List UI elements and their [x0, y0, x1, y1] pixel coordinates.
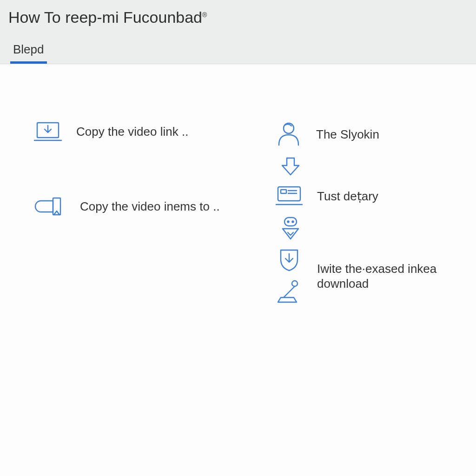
page-title: How To reep-mi Fucounbad®	[8, 8, 468, 26]
step-text: Iwite the·exased inkea download	[317, 261, 457, 291]
title-mark: ®	[202, 11, 207, 19]
arrow-down-2	[274, 215, 307, 241]
tab-blepd[interactable]: Blepd	[10, 42, 47, 64]
tab-label: Blepd	[13, 42, 44, 56]
bullet-bookmark-icon	[33, 194, 67, 218]
shield-download-icon	[277, 247, 301, 272]
arrow-down-1	[274, 155, 307, 178]
header: How To reep-mi Fucounbad® Blepd	[0, 0, 476, 64]
content: Copy the video link .. Copy the video in…	[0, 64, 476, 311]
svg-point-8	[292, 281, 298, 286]
title-text: How To reep-mi Fucounbad	[8, 8, 202, 26]
step-iwite-download: Iwite the·exased inkea download	[274, 247, 457, 305]
step-slyokin: The Slyokin	[274, 120, 457, 149]
arrow-down-icon	[280, 155, 301, 178]
robot-arrow-down-icon	[279, 215, 302, 241]
step-text: The Slyokin	[316, 127, 379, 142]
step-copy-link: Copy the video link ..	[33, 120, 246, 143]
right-column: The Slyokin Tust deṭary	[274, 120, 457, 311]
svg-rect-4	[281, 190, 286, 193]
joystick-icon	[274, 279, 304, 305]
step-tust-detary: Tust deṭary	[274, 184, 457, 208]
step-text: Tust deṭary	[317, 189, 378, 204]
svg-point-7	[292, 221, 294, 223]
person-icon	[274, 120, 303, 149]
step-text: Copy the video link ..	[76, 124, 188, 139]
tabs: Blepd	[8, 42, 468, 64]
svg-point-6	[288, 221, 289, 223]
svg-rect-1	[53, 198, 60, 215]
monitor-card-icon	[274, 184, 304, 208]
step-text: Copy the video inems to ..	[80, 199, 220, 214]
left-column: Copy the video link .. Copy the video in…	[33, 120, 246, 311]
svg-rect-5	[284, 218, 297, 226]
step-copy-inems: Copy the video inems to ..	[33, 194, 246, 218]
laptop-download-icon	[33, 120, 63, 143]
icon-stack	[274, 247, 304, 305]
